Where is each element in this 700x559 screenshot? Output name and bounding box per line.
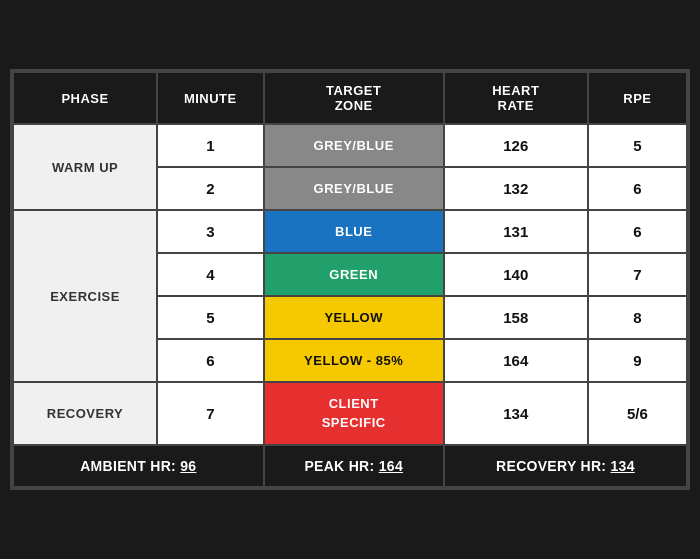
minute-cell: 5: [157, 296, 263, 339]
footer-recovery-label: RECOVERY HR:: [496, 458, 606, 474]
rpe-cell: 6: [588, 210, 687, 253]
footer-peak-value: 164: [379, 458, 403, 474]
table-row: WARM UP1GREY/BLUE1265: [13, 124, 687, 167]
minute-cell: 6: [157, 339, 263, 382]
zone-cell: BLUE: [264, 210, 444, 253]
rpe-cell: 9: [588, 339, 687, 382]
minute-cell: 2: [157, 167, 263, 210]
zone-cell: GREEN: [264, 253, 444, 296]
footer-recovery-value: 134: [610, 458, 634, 474]
zone-cell: GREY/BLUE: [264, 167, 444, 210]
minute-cell: 4: [157, 253, 263, 296]
phase-cell: RECOVERY: [13, 382, 157, 444]
rpe-cell: 5/6: [588, 382, 687, 444]
header-phase: PHASE: [13, 72, 157, 124]
zone-cell: YELLOW - 85%: [264, 339, 444, 382]
header-target-zone-line1: TARGET: [326, 83, 381, 98]
minute-cell: 7: [157, 382, 263, 444]
table-row: RECOVERY7CLIENTSPECIFIC1345/6: [13, 382, 687, 444]
minute-cell: 3: [157, 210, 263, 253]
rpe-cell: 6: [588, 167, 687, 210]
header-heart-rate-line1: HEART: [492, 83, 539, 98]
header-rpe: RPE: [588, 72, 687, 124]
footer-ambient-label: AMBIENT HR:: [80, 458, 176, 474]
minute-cell: 1: [157, 124, 263, 167]
footer-ambient: AMBIENT HR: 96: [13, 445, 264, 487]
heart-rate-cell: 158: [444, 296, 588, 339]
header-target-zone: TARGET ZONE: [264, 72, 444, 124]
footer-peak: PEAK HR: 164: [264, 445, 444, 487]
rpe-cell: 8: [588, 296, 687, 339]
heart-rate-cell: 126: [444, 124, 588, 167]
rpe-cell: 5: [588, 124, 687, 167]
rpe-cell: 7: [588, 253, 687, 296]
phase-cell: EXERCISE: [13, 210, 157, 382]
zone-cell: YELLOW: [264, 296, 444, 339]
header-target-zone-line2: ZONE: [335, 98, 373, 113]
footer-recovery: RECOVERY HR: 134: [444, 445, 687, 487]
heart-rate-cell: 134: [444, 382, 588, 444]
zone-cell: CLIENTSPECIFIC: [264, 382, 444, 444]
header-heart-rate-line2: RATE: [498, 98, 534, 113]
footer-ambient-value: 96: [180, 458, 196, 474]
heart-rate-cell: 132: [444, 167, 588, 210]
table-row: EXERCISE3BLUE1316: [13, 210, 687, 253]
heart-rate-cell: 131: [444, 210, 588, 253]
phase-cell: WARM UP: [13, 124, 157, 210]
heart-rate-cell: 164: [444, 339, 588, 382]
workout-table: PHASE MINUTE TARGET ZONE HEART RATE RPE …: [10, 69, 690, 489]
zone-cell: GREY/BLUE: [264, 124, 444, 167]
footer-peak-label: PEAK HR:: [304, 458, 374, 474]
heart-rate-cell: 140: [444, 253, 588, 296]
header-heart-rate: HEART RATE: [444, 72, 588, 124]
header-minute: MINUTE: [157, 72, 263, 124]
